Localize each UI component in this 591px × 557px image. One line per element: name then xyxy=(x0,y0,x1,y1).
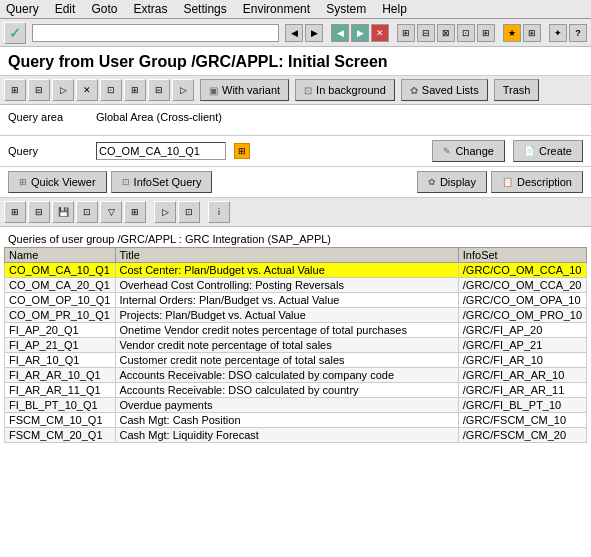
col-header-title[interactable]: Title xyxy=(115,248,458,263)
cell-name: FI_AR_AR_10_Q1 xyxy=(5,368,116,383)
cell-infoset: /GRC/CO_OM_CCA_10 xyxy=(458,263,586,278)
cell-name: FI_AP_21_Q1 xyxy=(5,338,116,353)
cell-name: CO_OM_CA_20_Q1 xyxy=(5,278,116,293)
action-btn-8[interactable]: ▷ xyxy=(172,79,194,101)
create-button[interactable]: 📄 Create xyxy=(513,140,583,162)
toolbar-icon-5[interactable]: ⊞ xyxy=(477,24,495,42)
table-row[interactable]: FI_AR_AR_11_Q1 Accounts Receivable: DSO … xyxy=(5,383,587,398)
bottom-btn-2[interactable]: ⊟ xyxy=(28,201,50,223)
action-btn-7[interactable]: ⊟ xyxy=(148,79,170,101)
nav-forward-icon[interactable]: ▶ xyxy=(351,24,369,42)
toolbar-icon-6[interactable]: ★ xyxy=(503,24,521,42)
bottom-btn-1[interactable]: ⊞ xyxy=(4,201,26,223)
quick-viewer-button[interactable]: ⊞ Quick Viewer xyxy=(8,171,107,193)
cell-name: CO_OM_OP_10_Q1 xyxy=(5,293,116,308)
help-icon[interactable]: ? xyxy=(569,24,587,42)
table-row[interactable]: FI_BL_PT_10_Q1 Overdue payments /GRC/FI_… xyxy=(5,398,587,413)
action-btn-5[interactable]: ⊡ xyxy=(100,79,122,101)
nav-left-icon[interactable]: ◀ xyxy=(285,24,303,42)
toolbar-icon-2[interactable]: ⊟ xyxy=(417,24,435,42)
bottom-toolbar: ⊞ ⊟ 💾 ⊡ ▽ ⊞ ▷ ⊡ i xyxy=(0,198,591,227)
toolbar-checkmark-icon[interactable]: ✓ xyxy=(4,22,26,44)
menu-item-edit[interactable]: Edit xyxy=(53,1,78,17)
table-row[interactable]: FI_AR_AR_10_Q1 Accounts Receivable: DSO … xyxy=(5,368,587,383)
bottom-btn-8[interactable]: ⊡ xyxy=(178,201,200,223)
cell-title: Customer credit note percentage of total… xyxy=(115,353,458,368)
saved-lists-button[interactable]: ✿ Saved Lists xyxy=(401,79,488,101)
nav-right-icon[interactable]: ▶ xyxy=(305,24,323,42)
query-label: Query xyxy=(8,145,88,157)
form-area: Query area Global Area (Cross-client) xyxy=(0,105,591,136)
menu-bar: Query Edit Goto Extras Settings Environm… xyxy=(0,0,591,19)
bottom-btn-5[interactable]: ▽ xyxy=(100,201,122,223)
menu-item-settings[interactable]: Settings xyxy=(181,1,228,17)
menu-item-environment[interactable]: Environment xyxy=(241,1,312,17)
description-button[interactable]: 📋 Description xyxy=(491,171,583,193)
menu-item-help[interactable]: Help xyxy=(380,1,409,17)
cell-title: Projects: Plan/Budget vs. Actual Value xyxy=(115,308,458,323)
cell-title: Vendor credit note percentage of total s… xyxy=(115,338,458,353)
infoset-query-icon: ⊡ xyxy=(122,177,130,187)
with-variant-label: With variant xyxy=(222,84,280,96)
cell-infoset: /GRC/FSCM_CM_20 xyxy=(458,428,586,443)
bottom-btn-3[interactable]: 💾 xyxy=(52,201,74,223)
address-bar[interactable] xyxy=(32,24,279,42)
cell-name: FSCM_CM_10_Q1 xyxy=(5,413,116,428)
bottom-btn-info[interactable]: i xyxy=(208,201,230,223)
stop-icon[interactable]: ✕ xyxy=(371,24,389,42)
table-row[interactable]: CO_OM_CA_10_Q1 Cost Center: Plan/Budget … xyxy=(5,263,587,278)
change-button[interactable]: ✎ Change xyxy=(432,140,505,162)
description-icon: 📋 xyxy=(502,177,513,187)
in-background-button[interactable]: ⊡ In background xyxy=(295,79,395,101)
query-area-label: Query area xyxy=(8,111,88,123)
toolbar-icon-4[interactable]: ⊡ xyxy=(457,24,475,42)
bottom-btn-7[interactable]: ▷ xyxy=(154,201,176,223)
saved-lists-icon: ✿ xyxy=(410,85,418,96)
col-header-infoset[interactable]: InfoSet xyxy=(458,248,586,263)
table-row[interactable]: FI_AP_21_Q1 Vendor credit note percentag… xyxy=(5,338,587,353)
table-row[interactable]: FSCM_CM_20_Q1 Cash Mgt: Liquidity Foreca… xyxy=(5,428,587,443)
table-row[interactable]: FSCM_CM_10_Q1 Cash Mgt: Cash Position /G… xyxy=(5,413,587,428)
trash-label: Trash xyxy=(503,84,531,96)
change-label: Change xyxy=(455,145,494,157)
cell-title: Onetime Vendor credit notes percentage o… xyxy=(115,323,458,338)
menu-item-extras[interactable]: Extras xyxy=(131,1,169,17)
table-row[interactable]: FI_AR_10_Q1 Customer credit note percent… xyxy=(5,353,587,368)
toolbar-icon-7[interactable]: ⊞ xyxy=(523,24,541,42)
display-label: Display xyxy=(440,176,476,188)
action-btn-1[interactable]: ⊞ xyxy=(4,79,26,101)
action-btn-2[interactable]: ⊟ xyxy=(28,79,50,101)
table-section-header: Queries of user group /GRC/APPL : GRC In… xyxy=(4,231,587,247)
query-input[interactable] xyxy=(96,142,226,160)
bottom-btn-4[interactable]: ⊡ xyxy=(76,201,98,223)
cell-infoset: /GRC/FI_AR_AR_10 xyxy=(458,368,586,383)
create-icon: 📄 xyxy=(524,146,535,156)
menu-item-goto[interactable]: Goto xyxy=(89,1,119,17)
table-section: Queries of user group /GRC/APPL : GRC In… xyxy=(0,227,591,443)
menu-item-system[interactable]: System xyxy=(324,1,368,17)
create-label: Create xyxy=(539,145,572,157)
cell-infoset: /GRC/FI_AP_21 xyxy=(458,338,586,353)
display-button[interactable]: ✿ Display xyxy=(417,171,487,193)
nav-back-icon[interactable]: ◀ xyxy=(331,24,349,42)
cell-infoset: /GRC/FI_AP_20 xyxy=(458,323,586,338)
action-btn-6[interactable]: ⊞ xyxy=(124,79,146,101)
infoset-query-button[interactable]: ⊡ InfoSet Query xyxy=(111,171,213,193)
toolbar-icon-3[interactable]: ⊠ xyxy=(437,24,455,42)
toolbar-icon-1[interactable]: ⊞ xyxy=(397,24,415,42)
action-btn-4[interactable]: ✕ xyxy=(76,79,98,101)
trash-button[interactable]: Trash xyxy=(494,79,540,101)
query-lookup-icon[interactable]: ⊞ xyxy=(234,143,250,159)
bottom-btn-6[interactable]: ⊞ xyxy=(124,201,146,223)
menu-item-query[interactable]: Query xyxy=(4,1,41,17)
toolbar-icon-8[interactable]: ✦ xyxy=(549,24,567,42)
cell-name: CO_OM_PR_10_Q1 xyxy=(5,308,116,323)
display-icon: ✿ xyxy=(428,177,436,187)
action-btn-3[interactable]: ▷ xyxy=(52,79,74,101)
col-header-name[interactable]: Name xyxy=(5,248,116,263)
with-variant-button[interactable]: ▣ With variant xyxy=(200,79,289,101)
table-row[interactable]: CO_OM_CA_20_Q1 Overhead Cost Controlling… xyxy=(5,278,587,293)
table-row[interactable]: FI_AP_20_Q1 Onetime Vendor credit notes … xyxy=(5,323,587,338)
table-row[interactable]: CO_OM_PR_10_Q1 Projects: Plan/Budget vs.… xyxy=(5,308,587,323)
table-row[interactable]: CO_OM_OP_10_Q1 Internal Orders: Plan/Bud… xyxy=(5,293,587,308)
